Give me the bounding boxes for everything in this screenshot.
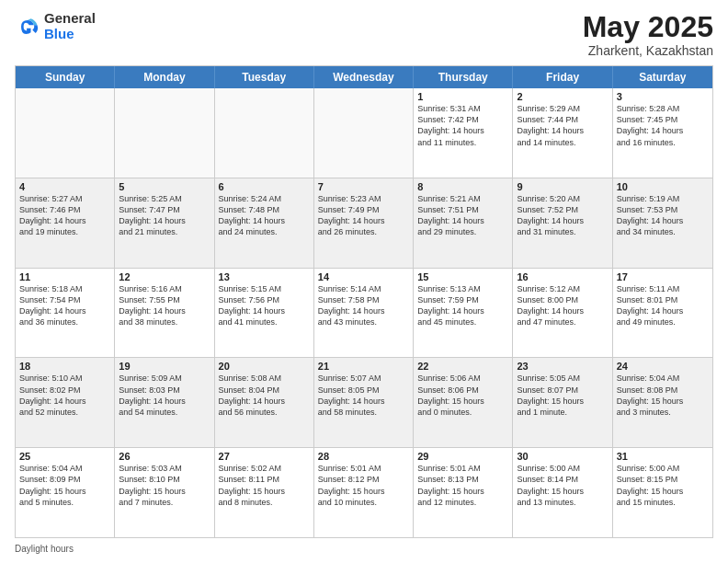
cal-cell-2-6: 9Sunrise: 5:20 AM Sunset: 7:52 PM Daylig… bbox=[513, 178, 612, 268]
day-number: 19 bbox=[119, 361, 210, 372]
cell-details: Sunrise: 5:14 AM Sunset: 7:58 PM Dayligh… bbox=[318, 283, 409, 328]
calendar-row-4: 18Sunrise: 5:10 AM Sunset: 8:02 PM Dayli… bbox=[16, 357, 712, 447]
weekday-header-sunday: Sunday bbox=[16, 66, 115, 88]
cal-cell-5-6: 30Sunrise: 5:00 AM Sunset: 8:14 PM Dayli… bbox=[513, 448, 612, 537]
cal-cell-3-7: 17Sunrise: 5:11 AM Sunset: 8:01 PM Dayli… bbox=[613, 269, 712, 358]
day-number: 17 bbox=[617, 271, 709, 282]
day-number: 6 bbox=[219, 181, 310, 192]
cal-cell-2-5: 8Sunrise: 5:21 AM Sunset: 7:51 PM Daylig… bbox=[414, 178, 513, 268]
weekday-header-tuesday: Tuesday bbox=[215, 66, 314, 88]
day-number: 25 bbox=[19, 451, 110, 462]
day-number: 15 bbox=[417, 271, 508, 282]
day-number: 14 bbox=[318, 271, 409, 282]
cal-cell-5-7: 31Sunrise: 5:00 AM Sunset: 8:15 PM Dayli… bbox=[613, 448, 712, 537]
day-number: 1 bbox=[417, 91, 508, 102]
cell-details: Sunrise: 5:27 AM Sunset: 7:46 PM Dayligh… bbox=[19, 193, 110, 238]
logo-text: General Blue bbox=[44, 11, 96, 41]
weekday-header-thursday: Thursday bbox=[414, 66, 513, 88]
cal-cell-1-6: 2Sunrise: 5:29 AM Sunset: 7:44 PM Daylig… bbox=[513, 88, 612, 178]
cell-details: Sunrise: 5:29 AM Sunset: 7:44 PM Dayligh… bbox=[517, 103, 608, 148]
cell-details: Sunrise: 5:15 AM Sunset: 7:56 PM Dayligh… bbox=[219, 283, 310, 328]
day-number: 24 bbox=[617, 361, 709, 372]
main-title: May 2025 bbox=[583, 11, 713, 43]
cal-cell-4-6: 23Sunrise: 5:05 AM Sunset: 8:07 PM Dayli… bbox=[513, 358, 612, 447]
cal-cell-2-4: 7Sunrise: 5:23 AM Sunset: 7:49 PM Daylig… bbox=[314, 178, 414, 268]
day-number: 4 bbox=[19, 181, 110, 192]
day-number: 10 bbox=[617, 181, 709, 192]
calendar-body: 1Sunrise: 5:31 AM Sunset: 7:42 PM Daylig… bbox=[16, 88, 712, 537]
cal-cell-3-6: 16Sunrise: 5:12 AM Sunset: 8:00 PM Dayli… bbox=[513, 269, 612, 358]
cell-details: Sunrise: 5:08 AM Sunset: 8:04 PM Dayligh… bbox=[219, 373, 310, 418]
day-number: 26 bbox=[119, 451, 210, 462]
cal-cell-2-7: 10Sunrise: 5:19 AM Sunset: 7:53 PM Dayli… bbox=[613, 178, 712, 268]
day-number: 3 bbox=[617, 91, 709, 102]
footer-label: Daylight hours bbox=[15, 544, 74, 554]
day-number: 31 bbox=[617, 451, 709, 462]
day-number: 29 bbox=[417, 451, 508, 462]
cal-cell-2-2: 5Sunrise: 5:25 AM Sunset: 7:47 PM Daylig… bbox=[115, 178, 214, 268]
calendar-row-5: 25Sunrise: 5:04 AM Sunset: 8:09 PM Dayli… bbox=[16, 447, 712, 537]
cell-details: Sunrise: 5:24 AM Sunset: 7:48 PM Dayligh… bbox=[219, 193, 310, 238]
cell-details: Sunrise: 5:28 AM Sunset: 7:45 PM Dayligh… bbox=[617, 103, 709, 148]
day-number: 23 bbox=[517, 361, 608, 372]
title-block: May 2025 Zharkent, Kazakhstan bbox=[583, 11, 713, 58]
cal-cell-5-5: 29Sunrise: 5:01 AM Sunset: 8:13 PM Dayli… bbox=[414, 448, 513, 537]
cell-details: Sunrise: 5:10 AM Sunset: 8:02 PM Dayligh… bbox=[19, 373, 110, 418]
weekday-header-saturday: Saturday bbox=[613, 66, 712, 88]
cell-details: Sunrise: 5:19 AM Sunset: 7:53 PM Dayligh… bbox=[617, 193, 709, 238]
cell-details: Sunrise: 5:13 AM Sunset: 7:59 PM Dayligh… bbox=[417, 283, 508, 328]
day-number: 20 bbox=[219, 361, 310, 372]
cal-cell-3-4: 14Sunrise: 5:14 AM Sunset: 7:58 PM Dayli… bbox=[314, 269, 414, 358]
cell-details: Sunrise: 5:05 AM Sunset: 8:07 PM Dayligh… bbox=[517, 373, 608, 418]
calendar: SundayMondayTuesdayWednesdayThursdayFrid… bbox=[15, 65, 713, 538]
day-number: 22 bbox=[417, 361, 508, 372]
cell-details: Sunrise: 5:06 AM Sunset: 8:06 PM Dayligh… bbox=[417, 373, 508, 418]
cell-details: Sunrise: 5:11 AM Sunset: 8:01 PM Dayligh… bbox=[617, 283, 709, 328]
cell-details: Sunrise: 5:23 AM Sunset: 7:49 PM Dayligh… bbox=[318, 193, 409, 238]
day-number: 18 bbox=[19, 361, 110, 372]
day-number: 27 bbox=[219, 451, 310, 462]
weekday-header-monday: Monday bbox=[115, 66, 214, 88]
cal-cell-1-3 bbox=[215, 88, 314, 178]
day-number: 28 bbox=[318, 451, 409, 462]
calendar-header: SundayMondayTuesdayWednesdayThursdayFrid… bbox=[16, 66, 712, 88]
logo: General Blue bbox=[15, 11, 96, 41]
day-number: 12 bbox=[119, 271, 210, 282]
cell-details: Sunrise: 5:04 AM Sunset: 8:08 PM Dayligh… bbox=[617, 373, 709, 418]
cell-details: Sunrise: 5:01 AM Sunset: 8:12 PM Dayligh… bbox=[318, 463, 409, 508]
cal-cell-3-1: 11Sunrise: 5:18 AM Sunset: 7:54 PM Dayli… bbox=[16, 269, 115, 358]
cal-cell-5-1: 25Sunrise: 5:04 AM Sunset: 8:09 PM Dayli… bbox=[16, 448, 115, 537]
cell-details: Sunrise: 5:31 AM Sunset: 7:42 PM Dayligh… bbox=[417, 103, 508, 148]
cell-details: Sunrise: 5:21 AM Sunset: 7:51 PM Dayligh… bbox=[417, 193, 508, 238]
cal-cell-4-3: 20Sunrise: 5:08 AM Sunset: 8:04 PM Dayli… bbox=[215, 358, 314, 447]
cell-details: Sunrise: 5:04 AM Sunset: 8:09 PM Dayligh… bbox=[19, 463, 110, 508]
day-number: 11 bbox=[19, 271, 110, 282]
header: General Blue May 2025 Zharkent, Kazakhst… bbox=[15, 11, 713, 58]
cal-cell-3-3: 13Sunrise: 5:15 AM Sunset: 7:56 PM Dayli… bbox=[215, 269, 314, 358]
day-number: 13 bbox=[219, 271, 310, 282]
cal-cell-5-3: 27Sunrise: 5:02 AM Sunset: 8:11 PM Dayli… bbox=[215, 448, 314, 537]
day-number: 16 bbox=[517, 271, 608, 282]
calendar-row-3: 11Sunrise: 5:18 AM Sunset: 7:54 PM Dayli… bbox=[16, 268, 712, 358]
cell-details: Sunrise: 5:01 AM Sunset: 8:13 PM Dayligh… bbox=[417, 463, 508, 508]
cal-cell-2-3: 6Sunrise: 5:24 AM Sunset: 7:48 PM Daylig… bbox=[215, 178, 314, 268]
cell-details: Sunrise: 5:18 AM Sunset: 7:54 PM Dayligh… bbox=[19, 283, 110, 328]
cell-details: Sunrise: 5:25 AM Sunset: 7:47 PM Dayligh… bbox=[119, 193, 210, 238]
cal-cell-4-5: 22Sunrise: 5:06 AM Sunset: 8:06 PM Dayli… bbox=[414, 358, 513, 447]
cell-details: Sunrise: 5:00 AM Sunset: 8:15 PM Dayligh… bbox=[617, 463, 709, 508]
day-number: 21 bbox=[318, 361, 409, 372]
cal-cell-4-7: 24Sunrise: 5:04 AM Sunset: 8:08 PM Dayli… bbox=[613, 358, 712, 447]
page: General Blue May 2025 Zharkent, Kazakhst… bbox=[0, 0, 728, 563]
cal-cell-5-4: 28Sunrise: 5:01 AM Sunset: 8:12 PM Dayli… bbox=[314, 448, 414, 537]
logo-blue: Blue bbox=[44, 27, 96, 42]
cal-cell-3-2: 12Sunrise: 5:16 AM Sunset: 7:55 PM Dayli… bbox=[115, 269, 214, 358]
logo-general: General bbox=[44, 11, 96, 27]
cell-details: Sunrise: 5:16 AM Sunset: 7:55 PM Dayligh… bbox=[119, 283, 210, 328]
cell-details: Sunrise: 5:03 AM Sunset: 8:10 PM Dayligh… bbox=[119, 463, 210, 508]
cal-cell-1-2 bbox=[115, 88, 214, 178]
footer: Daylight hours bbox=[15, 544, 713, 554]
day-number: 30 bbox=[517, 451, 608, 462]
subtitle: Zharkent, Kazakhstan bbox=[583, 43, 713, 58]
cell-details: Sunrise: 5:12 AM Sunset: 8:00 PM Dayligh… bbox=[517, 283, 608, 328]
day-number: 5 bbox=[119, 181, 210, 192]
